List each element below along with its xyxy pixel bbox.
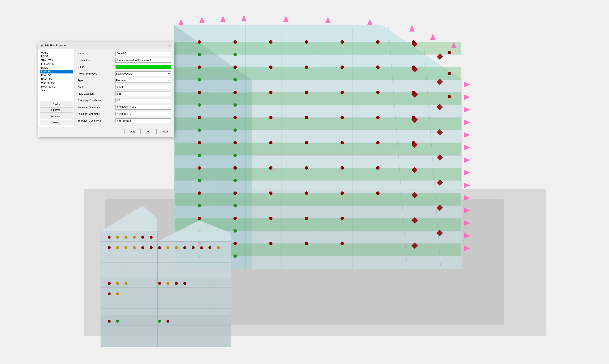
duplicate-button[interactable]: Duplicate...: [40, 107, 73, 113]
flow-exponent-value: [116, 91, 171, 96]
apply-button[interactable]: Apply: [125, 129, 139, 134]
svg-point-187: [116, 236, 119, 239]
svg-point-186: [108, 236, 111, 239]
svg-point-106: [233, 129, 237, 132]
svg-point-73: [376, 40, 379, 44]
svg-point-216: [183, 282, 186, 285]
svg-marker-55: [464, 94, 470, 100]
pressure-row: Pressure Difference:: [78, 105, 171, 110]
svg-rect-36: [175, 67, 461, 79]
delete-button[interactable]: Delete...: [40, 120, 73, 125]
list-item-wall[interactable]: WALL: [40, 51, 73, 55]
svg-point-88: [198, 91, 201, 94]
svg-marker-172: [101, 315, 157, 346]
svg-point-95: [448, 95, 451, 98]
list-item-stair[interactable]: Stair: [40, 89, 73, 92]
svg-point-208: [183, 246, 186, 249]
svg-point-126: [269, 192, 272, 195]
description-input[interactable]: [116, 58, 171, 63]
cancel-button[interactable]: Cancel: [156, 129, 171, 134]
svg-point-109: [269, 141, 272, 144]
svg-point-134: [269, 217, 272, 220]
type-select[interactable]: Per Item Per Unit Area: [116, 78, 171, 83]
svg-marker-60: [464, 157, 470, 163]
svg-point-138: [233, 229, 237, 233]
svg-rect-39: [175, 143, 461, 155]
area-input[interactable]: [116, 85, 171, 90]
svg-marker-58: [464, 132, 470, 138]
name-row: Name:: [78, 51, 171, 56]
color-swatch[interactable]: [116, 65, 171, 69]
type-value: Per Item Per Unit Area: [116, 78, 171, 83]
svg-point-212: [217, 246, 220, 249]
svg-point-85: [448, 72, 451, 75]
pressure-value: [116, 105, 171, 110]
new-button[interactable]: New...: [40, 101, 73, 106]
powerlaw-label: Powerlaw Model:: [78, 72, 116, 75]
flow-exponent-input[interactable]: [116, 91, 171, 96]
svg-point-129: [376, 192, 379, 195]
svg-point-77: [233, 53, 237, 56]
svg-point-116: [198, 166, 201, 170]
list-item-door-dc[interactable]: Door-DC: [40, 74, 73, 77]
svg-point-142: [305, 242, 308, 245]
turbulent-input[interactable]: [116, 118, 171, 123]
list-item-floor-m2m2[interactable]: Floor-m2-m2: [40, 85, 73, 89]
svg-point-96: [198, 103, 201, 107]
svg-point-128: [340, 192, 344, 195]
svg-point-127: [305, 192, 308, 195]
svg-marker-50: [367, 19, 373, 25]
list-item-elevator[interactable]: ELEVATOR: [40, 62, 73, 66]
svg-point-86: [198, 78, 201, 81]
svg-rect-35: [175, 42, 461, 54]
svg-point-145: [233, 254, 237, 258]
list-item-door-elev[interactable]: Door-Elev: [40, 77, 73, 81]
rename-button[interactable]: Rename...: [40, 114, 73, 119]
laminar-input[interactable]: [116, 112, 171, 116]
list-item-wall-m2m2[interactable]: Wall-m2-m2: [40, 81, 73, 85]
svg-point-111: [340, 141, 344, 144]
discharge-label: Discharge Coefficient:: [78, 99, 116, 102]
laminar-label: Laminar Coefficient:: [78, 113, 116, 116]
laminar-value: [116, 112, 171, 116]
svg-rect-37: [175, 92, 461, 105]
dialog-close-button[interactable]: ✕: [168, 43, 172, 48]
color-row: Color:: [78, 65, 171, 69]
description-row: Description:: [78, 58, 171, 63]
svg-point-110: [305, 141, 308, 144]
svg-point-107: [198, 141, 201, 144]
svg-point-131: [233, 204, 237, 208]
svg-point-79: [233, 65, 237, 69]
powerlaw-select[interactable]: Leakage Area Orifice Custom: [116, 71, 171, 76]
svg-point-136: [340, 217, 344, 220]
name-input[interactable]: [116, 51, 171, 56]
svg-rect-38: [175, 118, 461, 130]
svg-point-102: [340, 116, 344, 119]
svg-point-87: [233, 78, 237, 81]
discharge-input[interactable]: [116, 98, 171, 103]
area-label: Area:: [78, 86, 116, 89]
dialog-overlay: ⊞ Edit Flow Elements ✕ WALL DOOR STAIRWE…: [38, 42, 174, 137]
dialog-title-icon: ⊞: [40, 44, 43, 47]
list-item-hole[interactable]: HOLE: [40, 66, 73, 70]
svg-marker-62: [464, 183, 470, 188]
ok-button[interactable]: OK: [141, 129, 155, 134]
flow-elements-list[interactable]: WALL DOOR STAIRWELL ELEVATOR HOLE Door-S…: [40, 51, 73, 99]
type-row: Type: Per Item Per Unit Area: [78, 78, 171, 83]
svg-marker-52: [430, 34, 436, 40]
list-item-stairwell[interactable]: STAIRWELL: [40, 58, 73, 62]
list-item-door[interactable]: DOOR: [40, 55, 73, 58]
discharge-value: [116, 98, 171, 103]
svg-point-75: [448, 51, 451, 54]
description-label: Description:: [78, 59, 116, 62]
svg-point-207: [175, 246, 178, 249]
svg-point-125: [233, 192, 237, 195]
svg-point-98: [198, 116, 201, 119]
svg-point-140: [233, 242, 237, 245]
color-label: Color:: [78, 65, 116, 68]
list-item-door-sc[interactable]: Door-SC: [40, 70, 73, 74]
dialog-body: WALL DOOR STAIRWELL ELEVATOR HOLE Door-S…: [38, 49, 174, 127]
discharge-row: Discharge Coefficient:: [78, 98, 171, 103]
svg-marker-44: [178, 19, 184, 25]
pressure-input[interactable]: [116, 105, 171, 110]
